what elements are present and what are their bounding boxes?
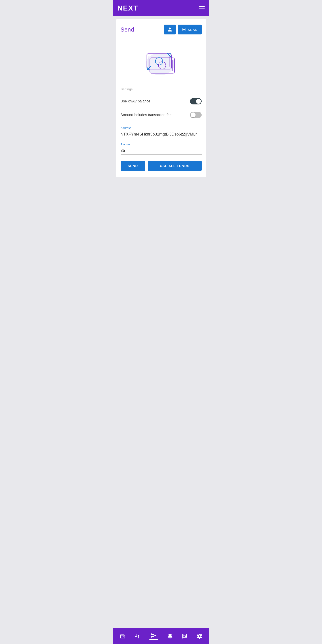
nav-item-transfer[interactable] [132,632,143,641]
bottom-nav [113,628,209,644]
header-buttons: SCAN [164,24,202,34]
page-title: Send [121,26,134,33]
nav-item-staking[interactable] [164,632,176,641]
send-illustration [121,40,202,80]
amount-label: Amount [121,143,202,146]
xnav-setting-row: Use xNAV balance [121,94,202,108]
send-nav-icon [151,632,157,638]
nav-active-indicator [149,639,158,640]
nav-item-messages[interactable] [179,632,190,641]
nav-item-send[interactable] [147,631,161,642]
contact-button[interactable] [164,24,176,34]
transfer-icon [135,633,140,639]
send-card: Send SCAN [116,19,206,177]
person-icon [167,27,172,32]
fee-toggle-thumb [191,112,196,118]
xnav-label: Use xNAV balance [121,99,150,103]
staking-icon [167,633,173,639]
menu-button[interactable] [199,6,205,10]
amount-field-group: Amount [121,143,202,154]
send-button[interactable]: SEND [121,161,145,171]
scan-button[interactable]: SCAN [178,24,202,34]
settings-icon [197,633,202,639]
fee-toggle[interactable] [190,112,202,118]
scan-button-label: SCAN [188,28,198,32]
address-input[interactable] [121,131,202,138]
messages-icon [182,633,188,639]
xnav-toggle[interactable] [190,98,202,104]
send-graphic [139,42,183,78]
address-field-group: Address [121,126,202,138]
form-section: Address Amount [121,126,202,154]
fee-label: Amount includes transaction fee [121,113,172,117]
amount-input[interactable] [121,147,202,154]
nav-item-wallet[interactable] [117,632,128,641]
settings-section: Settings Use xNAV balance Amount include… [121,87,202,122]
card-header: Send SCAN [121,24,202,34]
address-label: Address [121,126,202,130]
fee-setting-row: Amount includes transaction fee [121,108,202,122]
xnav-toggle-thumb [196,99,201,104]
svg-point-9 [123,636,124,637]
app-logo: NEXT [118,4,138,12]
scan-icon [182,28,186,32]
nav-item-settings[interactable] [194,632,205,641]
use-all-funds-button[interactable]: USE ALL FUNDS [148,161,202,171]
settings-section-label: Settings [121,87,202,91]
wallet-icon [120,633,126,639]
action-buttons: SEND USE ALL FUNDS [121,161,202,171]
app-header: NEXT [113,0,209,16]
main-content: Send SCAN [113,16,209,628]
